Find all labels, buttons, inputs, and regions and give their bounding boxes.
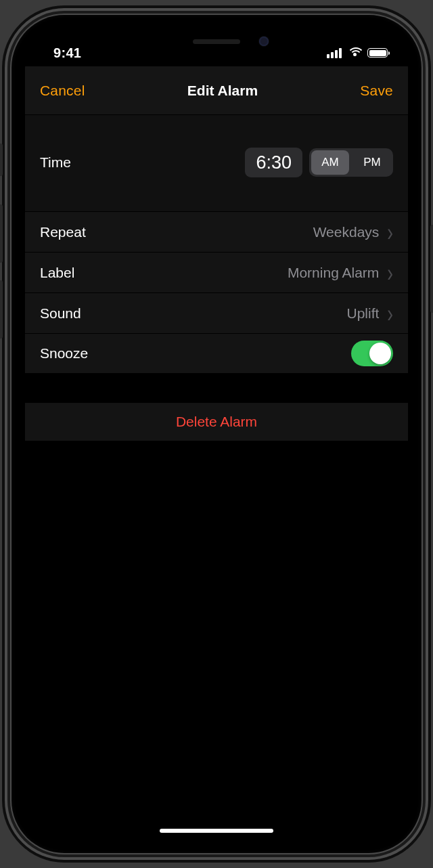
page-title: Edit Alarm xyxy=(187,83,258,99)
sound-label: Sound xyxy=(40,305,81,322)
time-label: Time xyxy=(40,154,71,171)
battery-icon xyxy=(367,48,388,58)
snooze-row: Snooze xyxy=(25,333,408,374)
time-value-picker[interactable]: 6:30 xyxy=(245,148,302,177)
power-button xyxy=(430,225,433,313)
volume-up-button xyxy=(0,204,3,263)
cancel-button[interactable]: Cancel xyxy=(40,83,85,99)
repeat-row[interactable]: Repeat Weekdays › xyxy=(25,211,408,252)
ampm-segment[interactable]: AM PM xyxy=(309,148,393,177)
label-row[interactable]: Label Morning Alarm › xyxy=(25,252,408,292)
repeat-label: Repeat xyxy=(40,224,86,240)
mute-switch xyxy=(0,144,3,176)
label-value: Morning Alarm xyxy=(288,265,379,281)
snooze-toggle[interactable] xyxy=(351,341,393,366)
pm-segment[interactable]: PM xyxy=(351,148,393,177)
volume-down-button xyxy=(0,280,3,339)
time-row: Time 6:30 AM PM xyxy=(25,115,408,211)
sound-value: Uplift xyxy=(346,305,379,322)
delete-alarm-button[interactable]: Delete Alarm xyxy=(25,402,408,441)
save-button[interactable]: Save xyxy=(360,83,393,99)
front-camera xyxy=(259,37,269,46)
am-segment[interactable]: AM xyxy=(311,150,349,175)
sound-row[interactable]: Sound Uplift › xyxy=(25,292,408,333)
chevron-right-icon: › xyxy=(387,301,393,326)
home-indicator[interactable] xyxy=(160,829,273,833)
snooze-label: Snooze xyxy=(40,345,88,362)
chevron-right-icon: › xyxy=(387,220,393,244)
navigation-bar: Cancel Edit Alarm Save xyxy=(25,66,408,115)
screen: 9:41 Cancel Edit Alarm Save Time 6:30 AM… xyxy=(25,28,408,840)
label-label: Label xyxy=(40,265,74,281)
speaker-grill xyxy=(193,39,240,44)
cellular-signal-icon xyxy=(327,48,342,58)
settings-list: Repeat Weekdays › Label Morning Alarm › … xyxy=(25,211,408,374)
repeat-value: Weekdays xyxy=(313,224,380,240)
phone-frame: 9:41 Cancel Edit Alarm Save Time 6:30 AM… xyxy=(12,15,421,853)
status-clock: 9:41 xyxy=(53,45,81,61)
notch xyxy=(132,28,301,54)
wifi-icon xyxy=(347,47,362,58)
chevron-right-icon: › xyxy=(387,261,393,285)
